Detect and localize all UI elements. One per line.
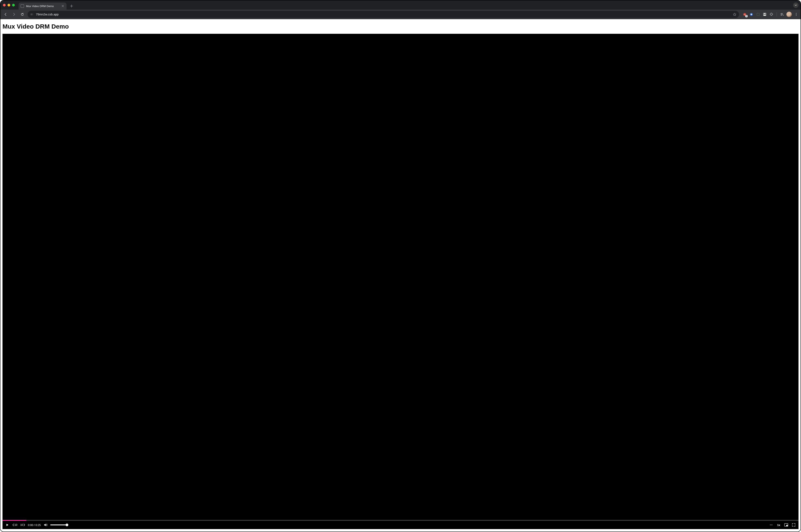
svg-rect-7 — [757, 13, 759, 16]
progress-bar[interactable] — [2, 520, 799, 521]
bookmark-star-icon[interactable] — [733, 13, 737, 16]
fullscreen-button[interactable] — [792, 522, 796, 528]
video-player: 10 10 0:00 / 0:25 — [2, 34, 799, 529]
extensions-area: 3 — [741, 12, 799, 17]
current-time: 0:00 — [28, 524, 33, 527]
page-heading: Mux Video DRM Demo — [0, 19, 801, 34]
browser-window: Mux Video DRM Demo 79mn2w.csb.app — [0, 0, 801, 532]
volume-control — [44, 522, 67, 528]
extension-icon-3[interactable] — [756, 12, 760, 17]
window-maximize-button[interactable] — [12, 4, 15, 6]
site-info-icon[interactable] — [30, 13, 34, 16]
time-separator: / — [33, 524, 36, 527]
nav-forward-button[interactable] — [11, 11, 17, 18]
more-options-button[interactable] — [769, 522, 774, 528]
time-display: 0:00 / 0:25 — [28, 524, 41, 527]
window-controls — [3, 0, 19, 10]
svg-rect-2 — [32, 14, 33, 14]
tab-overflow-button[interactable] — [793, 2, 799, 8]
tab-strip: Mux Video DRM Demo — [0, 0, 801, 10]
extension-icon-2[interactable] — [749, 12, 754, 17]
skip-back-button[interactable]: 10 — [13, 522, 17, 528]
tab-favicon — [21, 4, 24, 8]
extension-icon-1[interactable]: 3 — [742, 12, 747, 17]
skip-forward-label: 10 — [20, 524, 23, 526]
svg-rect-1 — [31, 15, 32, 15]
tab-close-button[interactable] — [61, 4, 64, 8]
svg-point-12 — [770, 525, 770, 525]
svg-rect-16 — [786, 525, 788, 526]
tab-title: Mux Video DRM Demo — [26, 5, 59, 8]
toolbar-separator — [777, 12, 777, 17]
progress-fill — [2, 520, 26, 521]
page-content: Mux Video DRM Demo 10 10 0 — [0, 19, 801, 532]
profile-avatar[interactable] — [786, 12, 792, 17]
svg-point-6 — [751, 14, 752, 15]
skip-forward-button[interactable]: 10 — [20, 522, 25, 528]
browser-toolbar: 79mn2w.csb.app 3 — [0, 10, 801, 19]
media-control-icon[interactable] — [780, 12, 784, 17]
nav-back-button[interactable] — [2, 11, 9, 18]
svg-point-11 — [796, 15, 797, 16]
skip-back-label: 10 — [14, 524, 17, 526]
extension-icon-4[interactable] — [762, 12, 767, 17]
mute-button[interactable] — [44, 522, 48, 528]
new-tab-button[interactable] — [69, 3, 74, 9]
svg-point-14 — [772, 525, 773, 525]
browser-tab-active[interactable]: Mux Video DRM Demo — [19, 2, 66, 10]
svg-rect-3 — [32, 15, 33, 15]
volume-thumb[interactable] — [66, 524, 69, 526]
window-close-button[interactable] — [3, 4, 6, 6]
browser-menu-icon[interactable] — [794, 12, 799, 17]
playback-rate-button[interactable]: 1x — [776, 522, 781, 528]
svg-point-13 — [771, 525, 771, 525]
duration: 0:25 — [36, 524, 41, 527]
play-button[interactable] — [5, 522, 9, 528]
address-bar[interactable]: 79mn2w.csb.app — [27, 11, 739, 18]
svg-point-10 — [796, 14, 797, 15]
window-minimize-button[interactable] — [7, 4, 10, 6]
player-control-bar: 10 10 0:00 / 0:25 — [2, 521, 799, 529]
video-surface[interactable] — [2, 34, 799, 520]
nav-reload-button[interactable] — [19, 11, 25, 18]
playback-rate-label: 1x — [777, 524, 780, 527]
volume-slider[interactable] — [50, 525, 67, 525]
extension-badge: 3 — [745, 15, 748, 17]
pip-button[interactable] — [784, 522, 788, 528]
address-bar-url: 79mn2w.csb.app — [36, 13, 731, 16]
svg-point-9 — [796, 13, 797, 14]
extensions-menu-icon[interactable] — [769, 12, 774, 17]
svg-rect-0 — [31, 14, 32, 14]
